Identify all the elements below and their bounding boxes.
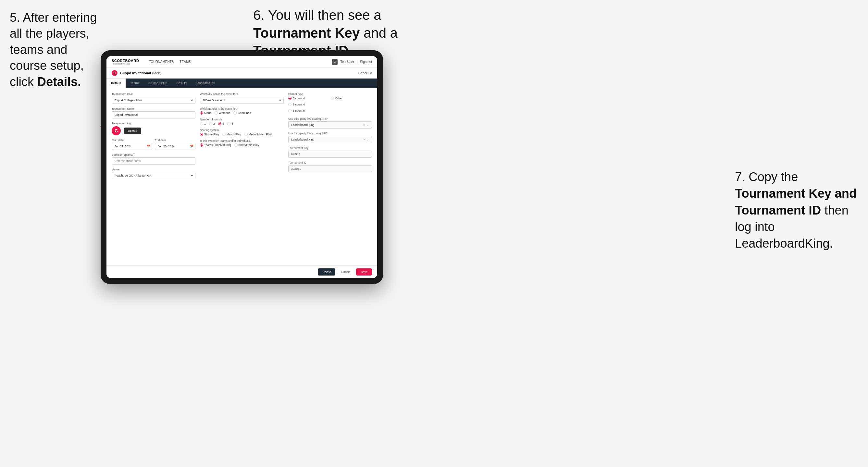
save-button[interactable]: Save [356,269,372,276]
third-party-2-input[interactable]: Leaderboard King ✕ ⌄ [288,136,372,143]
radio-r4 [227,122,230,125]
cancel-footer-button[interactable]: Cancel [338,269,353,276]
radio-5count4 [288,97,291,100]
venue-select[interactable]: Peachtree GC - Atlanta - GA [112,172,195,179]
end-date-label: End date [155,138,195,142]
cancel-button[interactable]: Cancel ✕ [359,71,372,75]
third-party-1-input[interactable]: Leaderboard King ✕ ⌄ [288,121,372,128]
sponsor-input[interactable] [112,157,195,164]
right-column: Format type 5 count 4 Other [288,93,372,182]
brand-title: SCOREBOARD [112,59,139,63]
clear-icon-1[interactable]: ✕ ⌄ [363,123,369,127]
sponsor-group: Sponsor (optional) [112,153,195,164]
format-group: Format type 5 count 4 Other [288,93,372,114]
left-annotation: 5. After entering all the players, teams… [10,10,101,90]
third-party-2-label: Use third-party live scoring API? [288,132,372,135]
tournament-name-label: Tournament name [112,107,195,110]
radio-womens-circle [215,111,218,115]
tournament-host-select[interactable]: Clippd College - Men [112,97,195,104]
gender-combined[interactable]: Combined [234,111,251,115]
clear-icon-2[interactable]: ✕ ⌄ [363,138,369,141]
round-4[interactable]: 4 [227,122,233,125]
tournament-id-label: Tournament ID [288,161,372,164]
scoring-match[interactable]: Match Play [222,133,241,136]
gender-radio-group: Mens Womens Combined [200,111,284,115]
round-3[interactable]: 3 [218,122,224,125]
date-row: Start date 📅 End date 📅 [112,138,195,150]
logo-preview: C [112,126,121,135]
end-date-input[interactable] [155,143,195,150]
upload-button[interactable]: Upload [124,128,141,134]
round-1[interactable]: 1 [200,122,206,125]
tab-course-setup[interactable]: Course Setup [144,79,172,88]
tournament-name-input[interactable] [112,111,195,119]
start-date-input[interactable] [112,143,152,150]
radio-match [222,133,226,136]
rounds-label: Number of rounds [200,118,284,121]
tournament-icon: C [112,70,118,76]
tournament-id-group: Tournament ID 302051 [288,161,372,172]
venue-label: Venue [112,168,195,171]
format-label: Format type [288,93,372,96]
scoring-stroke[interactable]: Stroke Play [200,133,219,136]
scoring-radio-group: Stroke Play Match Play Medal Match Play [200,133,284,136]
separator: | [357,60,358,64]
start-date-wrap: 📅 [112,143,152,150]
delete-button[interactable]: Delete [318,269,335,276]
tab-leaderboards[interactable]: Leaderboards [191,79,219,88]
date-group: Start date 📅 End date 📅 [112,138,195,150]
gender-group: Which gender is the event for? Mens Wome… [200,107,284,115]
gender-label: Which gender is the event for? [200,107,284,110]
nav-teams[interactable]: TEAMS [180,60,191,64]
third-party-1-label: Use third-party live scoring API? [288,117,372,120]
format-5count4[interactable]: 5 count 4 [288,97,330,100]
format-6count4[interactable]: 6 count 4 [288,103,330,106]
teams-radio-group: Teams (+Individuals) Individuals Only [200,144,284,147]
navbar: SCOREBOARD Powered by clippd TOURNAMENTS… [106,56,377,68]
tournament-header: C Clippd Invitational (Men) Cancel ✕ [106,68,377,79]
tournament-host-group: Tournament Host Clippd College - Men [112,93,195,104]
rounds-radio-group: 1 2 3 4 [200,122,284,125]
format-6count5[interactable]: 6 count 5 [288,109,330,112]
start-date-group: Start date 📅 [112,138,152,150]
form-content: Tournament Host Clippd College - Men Tou… [106,88,377,266]
format-other[interactable]: Other [331,97,372,100]
tab-details[interactable]: Details [106,79,126,88]
form-columns: Tournament Host Clippd College - Men Tou… [112,93,372,182]
tournament-key-label: Tournament Key [288,146,372,150]
tournament-key-group: Tournament Key b4f9b7 [288,146,372,158]
scoring-medal[interactable]: Medal Match Play [244,133,272,136]
division-group: Which division is the event for? NCAA Di… [200,93,284,104]
radio-combined-circle [234,111,237,115]
radio-other [331,97,334,100]
tablet-device: SCOREBOARD Powered by clippd TOURNAMENTS… [101,50,383,284]
radio-mens-circle [200,111,203,115]
teams-group: Is this event for Teams and/or Individua… [200,139,284,147]
individuals-only[interactable]: Individuals Only [235,144,259,147]
scoring-label: Scoring system [200,128,284,132]
third-party-1-group: Use third-party live scoring API? Leader… [288,117,372,128]
teams-label: Is this event for Teams and/or Individua… [200,139,284,143]
user-avatar: SI [332,59,338,65]
tablet-screen: SCOREBOARD Powered by clippd TOURNAMENTS… [106,56,377,278]
tab-results[interactable]: Results [172,79,191,88]
right-annotation: 7. Copy the Tournament Key and Tournamen… [735,169,858,252]
calendar-icon-end: 📅 [190,145,193,148]
radio-r3 [218,122,221,125]
gender-womens[interactable]: Womens [215,111,230,115]
form-footer: Delete Cancel Save [106,266,377,278]
gender-mens[interactable]: Mens [200,111,211,115]
tab-teams[interactable]: Teams [126,79,144,88]
sign-out-link[interactable]: Sign out [360,60,372,64]
tabs-bar: Details Teams Course Setup Results Leade… [106,79,377,88]
nav-tournaments[interactable]: TOURNAMENTS [149,60,174,64]
radio-r2 [209,122,212,125]
sponsor-label: Sponsor (optional) [112,153,195,156]
third-party-2-group: Use third-party live scoring API? Leader… [288,132,372,143]
round-2[interactable]: 2 [209,122,215,125]
tournament-key-value: b4f9b7 [288,151,372,158]
teams-plus-individuals[interactable]: Teams (+Individuals) [200,144,231,147]
division-select[interactable]: NCAA Division III [200,97,284,104]
radio-stroke [200,133,203,136]
radio-r1 [200,122,203,125]
